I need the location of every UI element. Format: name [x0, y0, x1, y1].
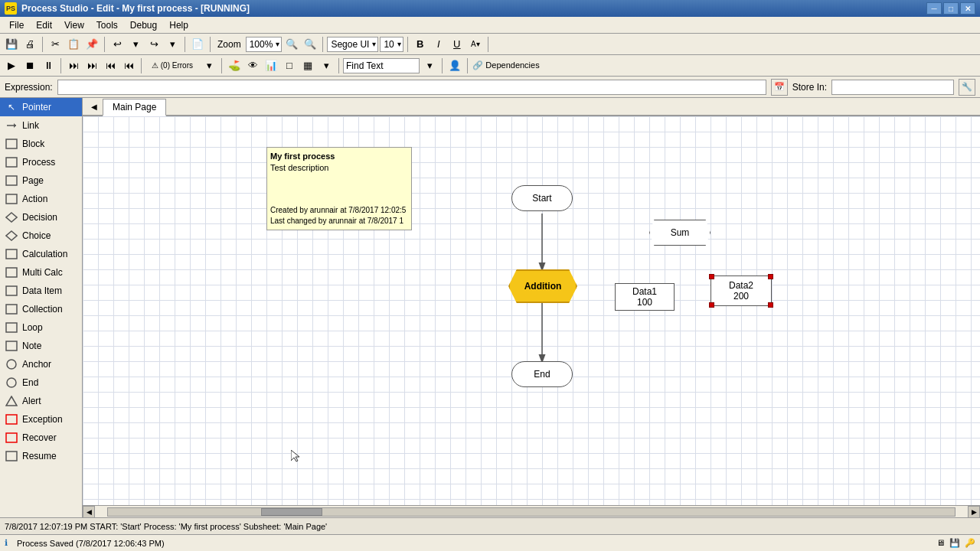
- watch-button[interactable]: 👁: [244, 57, 261, 74]
- sidebar-item-link[interactable]: Link: [0, 116, 82, 135]
- redo-button[interactable]: ↪: [145, 36, 162, 53]
- errors-button[interactable]: ⚠ (0) Errors: [145, 57, 199, 74]
- tab-label: Main Page: [113, 102, 156, 112]
- info-created: Created by arunnair at 7/8/2017 12:02:5: [270, 205, 408, 216]
- separator: [141, 58, 142, 73]
- sidebar-item-loop[interactable]: Loop: [0, 318, 82, 337]
- multicalc-icon: [5, 266, 18, 279]
- errors-dropdown[interactable]: ▾: [201, 57, 217, 74]
- tab-bar: ◀ Main Page: [83, 98, 980, 116]
- stop-button[interactable]: ⏹: [21, 57, 38, 74]
- sidebar-item-process[interactable]: Process: [0, 153, 82, 171]
- font-dropdown[interactable]: Segoe UI: [327, 37, 378, 52]
- step-button[interactable]: ⏭: [65, 57, 82, 74]
- copy-button[interactable]: 📋: [65, 36, 82, 53]
- sidebar-item-collection[interactable]: Collection: [0, 300, 82, 318]
- minimize-button[interactable]: ─: [926, 2, 942, 15]
- undo-dropdown[interactable]: ▾: [127, 36, 144, 53]
- node-data2[interactable]: Data2200: [710, 276, 772, 306]
- sidebar-item-action[interactable]: Action: [0, 190, 82, 208]
- sidebar-item-calculation[interactable]: Calculation: [0, 245, 82, 263]
- find-text-input[interactable]: [343, 58, 420, 73]
- canvas[interactable]: My first process Test description Create…: [83, 116, 980, 505]
- tab-scroll-left[interactable]: ◀: [86, 98, 103, 115]
- maximize-button[interactable]: □: [943, 2, 959, 15]
- sidebar-item-resume[interactable]: Resume: [0, 447, 82, 465]
- publish-button[interactable]: 📄: [189, 36, 206, 53]
- sidebar-item-exception[interactable]: Exception: [0, 410, 82, 429]
- sidebar-item-anchor[interactable]: Anchor: [0, 355, 82, 373]
- menu-tools[interactable]: Tools: [90, 18, 124, 32]
- scrollbar-track[interactable]: [107, 507, 956, 517]
- tab-main-page[interactable]: Main Page: [103, 99, 166, 116]
- menu-debug[interactable]: Debug: [124, 18, 163, 32]
- scrollbar-thumb[interactable]: [261, 508, 322, 516]
- horizontal-scrollbar[interactable]: ◀ ▶: [83, 505, 980, 517]
- sidebar-item-note[interactable]: Note: [0, 337, 82, 355]
- close-button[interactable]: ✕: [960, 2, 975, 15]
- store-in-picker-button[interactable]: 🔧: [959, 79, 975, 96]
- sidebar-item-decision[interactable]: Decision: [0, 208, 82, 227]
- options-dropdown[interactable]: ▾: [318, 57, 335, 74]
- sidebar-label-link: Link: [22, 120, 39, 131]
- paste-button[interactable]: 📌: [83, 36, 100, 53]
- pause-button[interactable]: ⏸: [40, 57, 57, 74]
- sidebar-item-pointer[interactable]: ↖ Pointer: [0, 98, 82, 116]
- expression-picker-button[interactable]: 📅: [771, 79, 788, 96]
- expression-input[interactable]: [57, 80, 766, 95]
- connectors-svg: [83, 116, 980, 505]
- menu-edit[interactable]: Edit: [30, 18, 58, 32]
- run-button[interactable]: ▶: [3, 57, 20, 74]
- back-button[interactable]: ⏮: [102, 57, 119, 74]
- menu-file[interactable]: File: [3, 18, 30, 32]
- zoom-in-button[interactable]: 🔍: [302, 36, 318, 53]
- scroll-left-button[interactable]: ◀: [83, 506, 95, 518]
- user-button[interactable]: 👤: [446, 57, 463, 74]
- node-data1[interactable]: Data1100: [615, 283, 675, 311]
- sidebar-item-alert[interactable]: Alert: [0, 392, 82, 410]
- underline-button[interactable]: U: [449, 36, 466, 53]
- sidebar-item-multicalc[interactable]: Multi Calc: [0, 263, 82, 282]
- step2-button[interactable]: ⏭: [83, 57, 100, 74]
- sidebar-label-calculation: Calculation: [22, 249, 67, 259]
- svg-marker-7: [6, 231, 17, 240]
- separator: [221, 58, 222, 73]
- menu-view[interactable]: View: [58, 18, 90, 32]
- undo-button[interactable]: ↩: [109, 36, 126, 53]
- store-in-input[interactable]: [831, 80, 954, 95]
- sidebar-item-end[interactable]: End: [0, 373, 82, 392]
- color-button[interactable]: A▾: [467, 36, 484, 53]
- save-button[interactable]: 💾: [3, 36, 20, 53]
- highlight-button[interactable]: □: [281, 57, 298, 74]
- fontsize-dropdown[interactable]: 10: [380, 37, 403, 52]
- page-icon: [5, 174, 18, 187]
- menu-help[interactable]: Help: [163, 18, 194, 32]
- breakpoint-button[interactable]: ⛳: [226, 57, 243, 74]
- bold-button[interactable]: B: [412, 36, 429, 53]
- node-end[interactable]: End: [511, 361, 573, 387]
- find-dropdown[interactable]: ▾: [421, 57, 438, 74]
- back2-button[interactable]: ⏮: [120, 57, 137, 74]
- zoom-out-button[interactable]: 🔍: [283, 36, 300, 53]
- sidebar-item-dataitem[interactable]: Data Item: [0, 282, 82, 300]
- node-addition[interactable]: Addition: [508, 269, 577, 303]
- italic-button[interactable]: I: [430, 36, 447, 53]
- dependencies-button[interactable]: 🔗 Dependencies: [472, 57, 541, 74]
- info-title: My first process: [270, 151, 408, 162]
- sidebar-item-page[interactable]: Page: [0, 171, 82, 190]
- zoom-dropdown[interactable]: 100%: [246, 37, 283, 52]
- main-area: ↖ Pointer Link Block Process Page: [0, 98, 980, 517]
- sidebar-item-block[interactable]: Block: [0, 135, 82, 153]
- scroll-right-button[interactable]: ▶: [968, 506, 980, 518]
- sidebar-label-alert: Alert: [22, 396, 41, 406]
- cut-button[interactable]: ✂: [47, 36, 64, 53]
- window-controls: ─ □ ✕: [926, 2, 975, 15]
- monitor-button[interactable]: 📊: [263, 57, 279, 74]
- options-button[interactable]: ▦: [299, 57, 316, 74]
- sidebar-item-recover[interactable]: Recover: [0, 429, 82, 447]
- sidebar-item-choice[interactable]: Choice: [0, 227, 82, 245]
- node-start[interactable]: Start: [511, 185, 573, 211]
- print-button[interactable]: 🖨: [21, 36, 38, 53]
- node-sum[interactable]: Sum: [649, 220, 710, 246]
- redo-dropdown[interactable]: ▾: [164, 36, 181, 53]
